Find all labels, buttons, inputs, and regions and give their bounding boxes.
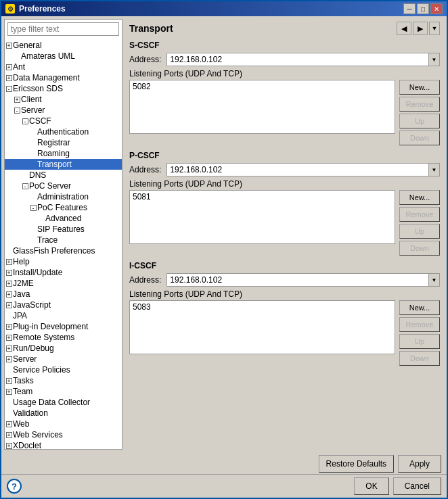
tree-expander-client[interactable]: + [13, 95, 21, 103]
remove-button-i-cscf[interactable]: Remove [399, 317, 440, 332]
nav-buttons: ◀ ▶ ▼ [397, 22, 440, 35]
tree-item-transport[interactable]: Transport [5, 159, 122, 170]
tree-expander-web[interactable]: + [5, 420, 13, 428]
tree-item-dns[interactable]: DNS [5, 170, 122, 181]
ports-list-i-cscf[interactable]: 5083 [129, 300, 395, 354]
apply-button[interactable]: Apply [398, 455, 441, 473]
combo-arrow-p-cscf[interactable]: ▼ [428, 164, 439, 176]
tree-expander-plugin-dev[interactable]: + [5, 323, 13, 331]
tree-expander-team[interactable]: + [5, 387, 13, 396]
minimize-button[interactable]: ─ [403, 3, 416, 14]
tree-expander-poc-features[interactable]: - [29, 204, 37, 212]
tree-item-web[interactable]: +Web [5, 419, 122, 429]
tree-item-sip-features[interactable]: SIP Features [5, 224, 122, 235]
tree-item-general[interactable]: +General [5, 40, 122, 51]
ports-list-p-cscf[interactable]: 5081 [129, 190, 395, 244]
tree-item-install-update[interactable]: +Install/Update [5, 267, 122, 278]
up-button-s-cscf[interactable]: Up [399, 114, 440, 128]
tree-expander-install-update[interactable]: + [5, 268, 13, 277]
tree-expander-data-management[interactable]: + [5, 74, 13, 82]
tree-item-service-policies[interactable]: Service Policies [5, 364, 122, 375]
tree-item-data-management[interactable]: +Data Management [5, 72, 122, 83]
tree-item-administration[interactable]: Administration [5, 191, 122, 202]
tree-item-trace[interactable]: Trace [5, 235, 122, 245]
tree-item-tasks[interactable]: +Tasks [5, 375, 122, 386]
left-panel: +GeneralAmateras UML+Ant+Data Management… [4, 19, 122, 450]
tree-expander-java[interactable]: + [5, 290, 13, 298]
ports-list-s-cscf[interactable]: 5082 [129, 80, 395, 134]
tree-item-cscf[interactable]: -CSCF [5, 116, 122, 126]
close-button[interactable]: ✕ [430, 3, 443, 14]
remove-button-s-cscf[interactable]: Remove [399, 97, 440, 112]
combo-arrow-i-cscf[interactable]: ▼ [428, 274, 439, 286]
new-button-i-cscf[interactable]: New... [399, 300, 440, 315]
tree-item-team[interactable]: +Team [5, 386, 122, 397]
tree-item-xdoclet[interactable]: +XDoclet [5, 440, 122, 449]
new-button-p-cscf[interactable]: New... [399, 190, 440, 205]
tree-expander-xdoclet[interactable]: + [5, 442, 13, 449]
help-button[interactable]: ? [7, 479, 22, 494]
tree-expander-remote-systems[interactable]: + [5, 333, 13, 341]
tree-item-amateras-uml[interactable]: Amateras UML [5, 51, 122, 62]
remove-button-p-cscf[interactable]: Remove [399, 207, 440, 222]
down-button-i-cscf[interactable]: Down [399, 351, 440, 366]
tree-item-registrar[interactable]: Registrar [5, 137, 122, 148]
tree-expander-j2me[interactable]: + [5, 279, 13, 287]
tree-expander-javascript[interactable]: + [5, 301, 13, 309]
tree-item-advanced[interactable]: Advanced [5, 213, 122, 224]
tree-expander-help[interactable]: + [5, 258, 13, 266]
tree-item-ant[interactable]: +Ant [5, 62, 122, 72]
tree-item-roaming[interactable]: Roaming [5, 148, 122, 159]
nav-dropdown-button[interactable]: ▼ [429, 22, 440, 35]
down-button-s-cscf[interactable]: Down [399, 130, 440, 145]
tree-item-client[interactable]: +Client [5, 94, 122, 105]
tree-item-poc-server[interactable]: -PoC Server [5, 181, 122, 191]
filter-input[interactable] [7, 22, 119, 36]
up-button-i-cscf[interactable]: Up [399, 334, 440, 349]
tree-item-java[interactable]: +Java [5, 289, 122, 300]
tree-expander-web-services[interactable]: + [5, 431, 13, 439]
tree-expander-authentication [29, 128, 37, 136]
tree-expander-ant[interactable]: + [5, 63, 13, 71]
address-combo-p-cscf[interactable]: 192.168.0.102 ▼ [166, 163, 440, 176]
tree-item-jpa[interactable]: JPA [5, 310, 122, 321]
tree-item-glassfish[interactable]: GlassFish Preferences [5, 245, 122, 256]
tree-item-ericsson-sds[interactable]: -Ericsson SDS [5, 83, 122, 94]
tree-item-authentication[interactable]: Authentication [5, 126, 122, 137]
tree-label-javascript: JavaScript [13, 300, 51, 310]
nav-back-button[interactable]: ◀ [397, 22, 411, 35]
tree-expander-run-debug[interactable]: + [5, 344, 13, 352]
tree-expander-server[interactable]: - [13, 106, 21, 114]
tree-item-web-services[interactable]: +Web Services [5, 429, 122, 440]
tree-expander-general[interactable]: + [5, 41, 13, 49]
tree-expander-cscf[interactable]: - [21, 117, 29, 125]
address-combo-s-cscf[interactable]: 192.168.0.102 ▼ [166, 53, 440, 66]
tree-item-validation[interactable]: Validation [5, 408, 122, 419]
tree-item-j2me[interactable]: +J2ME [5, 278, 122, 289]
maximize-button[interactable]: □ [417, 3, 429, 14]
tree-expander-poc-server[interactable]: - [21, 182, 29, 190]
tree-item-server2[interactable]: +Server [5, 354, 122, 364]
tree-expander-ericsson-sds[interactable]: - [5, 85, 13, 93]
tree-item-server[interactable]: -Server [5, 105, 122, 116]
address-combo-i-cscf[interactable]: 192.168.0.102 ▼ [166, 273, 440, 287]
tree-item-usage-data[interactable]: Usage Data Collector [5, 397, 122, 408]
tree-item-help[interactable]: +Help [5, 256, 122, 267]
tree-expander-tasks[interactable]: + [5, 377, 13, 385]
down-button-p-cscf[interactable]: Down [399, 241, 440, 256]
nav-forward-button[interactable]: ▶ [413, 22, 428, 35]
up-button-p-cscf[interactable]: Up [399, 224, 440, 239]
tree-expander-server2[interactable]: + [5, 355, 13, 363]
tree-label-poc-server: PoC Server [29, 181, 71, 191]
tree-item-javascript[interactable]: +JavaScript [5, 300, 122, 310]
cancel-button[interactable]: Cancel [393, 477, 441, 495]
tree-item-poc-features[interactable]: -PoC Features [5, 202, 122, 213]
tree-item-plugin-dev[interactable]: +Plug-in Development [5, 321, 122, 332]
ok-button[interactable]: OK [354, 477, 388, 495]
tree-label-server: Server [21, 105, 45, 115]
tree-item-remote-systems[interactable]: +Remote Systems [5, 332, 122, 343]
restore-defaults-button[interactable]: Restore Defaults [319, 455, 394, 473]
combo-arrow-s-cscf[interactable]: ▼ [428, 53, 439, 66]
new-button-s-cscf[interactable]: New... [399, 80, 440, 95]
tree-item-run-debug[interactable]: +Run/Debug [5, 343, 122, 354]
